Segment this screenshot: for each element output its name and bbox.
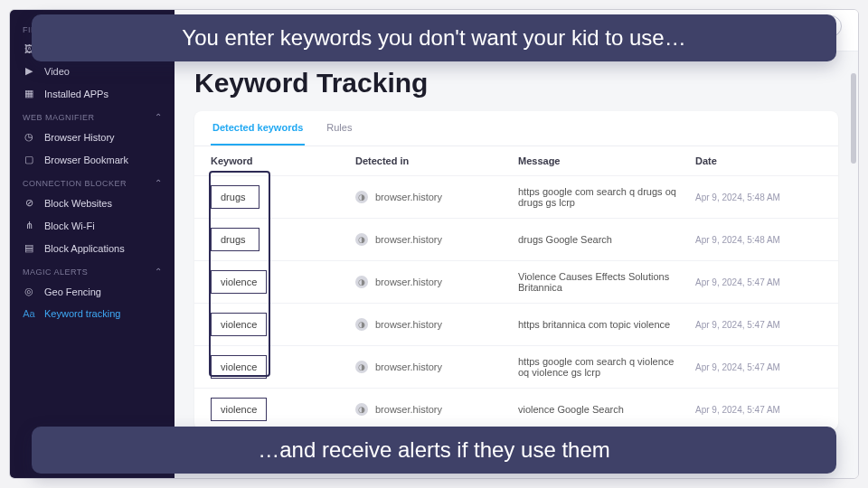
table-row[interactable]: violence ◑browser.history violence Googl…	[194, 388, 838, 430]
tab[interactable]: Detected keywords	[211, 111, 305, 145]
chevron-up-icon: ⌃	[155, 112, 163, 122]
callout-bottom: …and receive alerts if they use them	[32, 427, 836, 474]
sidebar-item-label: Browser History	[44, 132, 115, 143]
sidebar-item[interactable]: ▦Installed APPs	[10, 82, 175, 105]
cell-keyword: violence	[211, 313, 355, 336]
sidebar-section-label: MAGIC ALERTS	[23, 267, 88, 277]
tabs: Detected keywordsRules	[194, 111, 838, 146]
sidebar-item-label: Browser Bookmark	[44, 155, 128, 165]
cell-message: https google com search q drugs oq drugs…	[518, 186, 695, 208]
app-frame: FILES FINDER⌃🖼Photo▶Video▦Installed APPs…	[9, 9, 859, 479]
cell-keyword: violence	[211, 270, 355, 294]
sidebar-section-header[interactable]: MAGIC ALERTS⌃	[10, 259, 175, 280]
sidebar-item-label: Video	[44, 66, 70, 77]
cell-keyword: drugs	[211, 185, 355, 209]
clock-icon: ◑	[355, 191, 368, 203]
cell-detected-in: ◑browser.history	[355, 318, 518, 331]
keyword-chip: violence	[211, 270, 267, 294]
col-keyword: Keyword	[211, 155, 355, 166]
sidebar-item-label: Block Wi-Fi	[44, 221, 95, 231]
sidebar-item-icon: ⋔	[23, 220, 35, 231]
cell-detected-in: ◑browser.history	[355, 361, 518, 373]
table-row[interactable]: drugs ◑browser.history https google com …	[194, 175, 838, 218]
cell-message: Violence Causes Effects Solutions Britan…	[518, 271, 695, 293]
sidebar-item-icon: Aa	[23, 308, 35, 319]
clock-icon: ◑	[355, 276, 368, 288]
table-row[interactable]: violence ◑browser.history Violence Cause…	[194, 260, 838, 303]
sidebar-item-icon: ▤	[23, 242, 35, 254]
table-header: Keyword Detected in Message Date	[194, 146, 838, 175]
col-detected-in: Detected in	[355, 155, 518, 166]
table-row[interactable]: drugs ◑browser.history drugs Google Sear…	[194, 218, 838, 260]
callout-top: You enter keywords you don't want your k…	[32, 14, 836, 61]
sidebar: FILES FINDER⌃🖼Photo▶Video▦Installed APPs…	[10, 10, 175, 478]
sidebar-item[interactable]: ▤Block Applications	[10, 237, 175, 259]
tab[interactable]: Rules	[325, 111, 354, 145]
clock-icon: ◑	[355, 318, 368, 331]
table-body: drugs ◑browser.history https google com …	[194, 175, 838, 430]
sidebar-item-icon: ▶	[23, 65, 35, 77]
clock-icon: ◑	[355, 233, 368, 246]
clock-icon: ◑	[355, 403, 368, 416]
keyword-chip: drugs	[211, 185, 259, 209]
cell-keyword: violence	[211, 398, 355, 421]
sidebar-item[interactable]: ▶Video	[10, 60, 175, 82]
cell-detected-in: ◑browser.history	[355, 191, 518, 203]
callout-bottom-text: …and receive alerts if they use them	[258, 437, 610, 462]
cell-date: Apr 9, 2024, 5:47 AM	[695, 277, 822, 287]
keywords-card: Detected keywordsRules Keyword Detected …	[194, 111, 838, 430]
sidebar-section-label: WEB MAGNIFIER	[23, 113, 95, 122]
chevron-up-icon: ⌃	[155, 267, 163, 277]
cell-keyword: violence	[211, 355, 355, 379]
sidebar-item-label: Keyword tracking	[44, 308, 120, 319]
cell-date: Apr 9, 2024, 5:47 AM	[695, 405, 822, 415]
keyword-chip: violence	[211, 355, 267, 379]
cell-date: Apr 9, 2024, 5:47 AM	[695, 320, 822, 330]
cell-date: Apr 9, 2024, 5:48 AM	[695, 235, 822, 245]
cell-keyword: drugs	[211, 228, 355, 251]
content-area: Keyword Tracking Detected keywordsRules …	[175, 52, 858, 446]
cell-detected-in: ◑browser.history	[355, 233, 518, 246]
sidebar-item-icon: ◎	[23, 286, 35, 297]
sidebar-section-header[interactable]: CONNECTION BLOCKER⌃	[10, 171, 175, 192]
sidebar-item-label: Installed APPs	[44, 89, 108, 99]
callout-top-text: You enter keywords you don't want your k…	[182, 25, 685, 50]
keyword-chip: violence	[211, 398, 267, 421]
table-row[interactable]: violence ◑browser.history https britanni…	[194, 303, 838, 345]
sidebar-item-label: Block Applications	[44, 243, 125, 254]
main-panel: ✓ SM-A217F Android Monitoring ⌄ + ADD NE…	[175, 10, 858, 478]
sidebar-item[interactable]: ⋔Block Wi-Fi	[10, 214, 175, 237]
keyword-chip: violence	[211, 313, 267, 336]
table-row[interactable]: violence ◑browser.history https google c…	[194, 345, 838, 388]
cell-detected-in: ◑browser.history	[355, 276, 518, 288]
cell-detected-in: ◑browser.history	[355, 403, 518, 416]
sidebar-item-icon: ▢	[23, 154, 35, 165]
sidebar-item-icon: ◷	[23, 131, 35, 143]
sidebar-section-header[interactable]: WEB MAGNIFIER⌃	[10, 105, 175, 126]
col-date: Date	[695, 155, 822, 166]
col-message: Message	[518, 155, 695, 166]
sidebar-item-label: Block Websites	[44, 198, 112, 209]
cell-message: drugs Google Search	[518, 234, 695, 245]
cell-message: https britannica com topic violence	[518, 319, 695, 330]
cell-message: violence Google Search	[518, 404, 695, 415]
page-title: Keyword Tracking	[194, 68, 838, 99]
cell-message: https google com search q violence oq vi…	[518, 356, 695, 378]
sidebar-item[interactable]: ◷Browser History	[10, 126, 175, 148]
keyword-chip: drugs	[211, 228, 259, 251]
sidebar-item[interactable]: ◎Geo Fencing	[10, 280, 175, 303]
sidebar-item-label: Geo Fencing	[44, 286, 101, 297]
sidebar-item-icon: ⊘	[23, 197, 35, 209]
sidebar-item[interactable]: ⊘Block Websites	[10, 192, 175, 214]
sidebar-item[interactable]: ▢Browser Bookmark	[10, 148, 175, 171]
clock-icon: ◑	[355, 361, 368, 373]
cell-date: Apr 9, 2024, 5:47 AM	[695, 362, 822, 372]
sidebar-item-icon: ▦	[23, 88, 35, 99]
cell-date: Apr 9, 2024, 5:48 AM	[695, 192, 822, 202]
sidebar-section-label: CONNECTION BLOCKER	[23, 179, 127, 188]
chevron-up-icon: ⌃	[155, 178, 163, 188]
app-root: FILES FINDER⌃🖼Photo▶Video▦Installed APPs…	[10, 10, 858, 478]
sidebar-item[interactable]: AaKeyword tracking	[10, 303, 175, 324]
